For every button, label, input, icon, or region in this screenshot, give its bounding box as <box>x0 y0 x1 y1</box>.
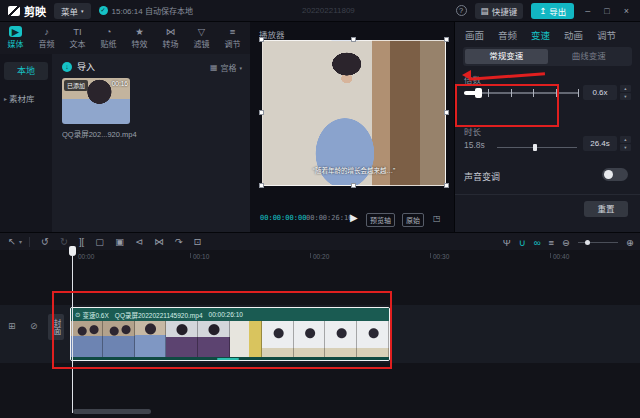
fullscreen-icon[interactable]: ◳ <box>433 214 441 223</box>
chevron-down-icon[interactable]: ▾ <box>19 238 22 245</box>
tab-speed[interactable]: 变速 <box>531 28 550 42</box>
help-icon[interactable]: ? <box>456 5 467 16</box>
project-title: 202202211809 <box>302 6 355 15</box>
preview-axis-button[interactable]: 预览轴 <box>366 213 395 227</box>
crop-icon[interactable]: ⊡ <box>194 236 202 247</box>
ruler-label: 00:10 <box>193 253 209 260</box>
ruler-tick <box>190 253 191 258</box>
timeline-horizontal-scrollbar[interactable] <box>73 409 151 414</box>
reset-button[interactable]: 重置 <box>584 201 628 217</box>
selection-handle[interactable] <box>351 183 356 188</box>
selection-handle[interactable] <box>444 110 449 115</box>
play-button[interactable]: ▶ <box>350 212 358 223</box>
speed-mode-switch: 常规变速 曲线变速 <box>463 47 632 66</box>
timeline-ruler[interactable]: 00:00 00:10 00:20 00:30 00:40 <box>0 250 640 263</box>
duration-stepper[interactable]: ▴ ▾ <box>620 136 631 151</box>
player-controls: 00:00:00:00 00:00:26:10 ▶ 预览轴 原始 ◳ <box>250 211 455 227</box>
export-button[interactable]: ↥ 导出 <box>531 3 574 19</box>
view-options[interactable]: ▦ 宫格 ▾ <box>210 62 242 73</box>
tab-label: 音频 <box>39 38 55 49</box>
tab-sticker[interactable]: ◔ 贴纸 <box>93 22 124 54</box>
tab-audio-props[interactable]: 音频 <box>498 28 517 42</box>
tab-text[interactable]: TI 文本 <box>62 22 93 54</box>
split-icon[interactable]: ][ <box>79 236 84 247</box>
stepper-up-icon[interactable]: ▴ <box>620 136 631 143</box>
tab-media[interactable]: ▶ 媒体 <box>0 22 31 54</box>
selection-handle[interactable] <box>444 37 449 42</box>
subtab-normal-speed[interactable]: 常规变速 <box>465 49 548 64</box>
tab-adjust[interactable]: ≡ 调节 <box>217 22 248 54</box>
grid-view-icon: ▦ <box>210 63 218 72</box>
media-item-thumbnail[interactable]: 已添加 00:16 <box>62 78 130 124</box>
timeline-toolbar-right: Ψ ∪ ∞ ≡ ⊖ ⊕ <box>503 233 634 251</box>
canvas-ratio-button[interactable]: 原始 <box>402 213 424 227</box>
sidebar-item-local[interactable]: 本地 <box>4 62 48 80</box>
slider-tick <box>578 89 579 97</box>
speed-stepper[interactable]: ▴ ▾ <box>620 85 631 100</box>
selection-handle[interactable] <box>444 183 449 188</box>
close-button[interactable]: × <box>621 6 632 16</box>
tab-label: 调节 <box>225 38 241 49</box>
tab-animation[interactable]: 动画 <box>564 28 583 42</box>
ruler-label: 00:30 <box>433 253 449 260</box>
text-icon: TI <box>73 26 81 37</box>
duration-value-input[interactable]: 26.4s <box>583 136 617 151</box>
duration-slider[interactable] <box>497 144 577 152</box>
ruler-label: 00:40 <box>553 253 569 260</box>
divider <box>29 237 30 247</box>
rotate-icon[interactable]: ↷ <box>175 236 183 247</box>
select-tool-icon[interactable]: ↖ <box>8 236 16 247</box>
slider-track <box>497 147 577 148</box>
preview-canvas[interactable]: “随着年龄的增长会越来越…” <box>262 40 446 186</box>
stepper-down-icon[interactable]: ▾ <box>620 93 631 100</box>
auto-align-icon[interactable]: ≡ <box>549 237 555 248</box>
tab-adjust-props[interactable]: 调节 <box>597 28 616 42</box>
tab-filters[interactable]: ▽ 滤镜 <box>186 22 217 54</box>
autosave-text: 15:06:14 自动保存本地 <box>112 5 193 16</box>
stepper-down-icon[interactable]: ▾ <box>620 144 631 151</box>
maximize-button[interactable]: □ <box>601 6 612 16</box>
sticker-icon: ◔ <box>106 26 112 37</box>
sidebar-item-library[interactable]: ▸ 素材库 <box>4 92 50 104</box>
undo-icon[interactable]: ↺ <box>41 236 49 247</box>
zoom-in-icon[interactable]: ⊕ <box>626 237 634 248</box>
tab-effects[interactable]: ★ 特效 <box>124 22 155 54</box>
timeline-zoom-slider[interactable] <box>578 238 618 246</box>
mirror-icon[interactable]: ⋈ <box>154 236 164 247</box>
reverse-icon[interactable]: ⊲ <box>135 236 143 247</box>
zoom-out-icon[interactable]: ⊖ <box>562 237 570 248</box>
ruler-label: 00:00 <box>78 253 94 260</box>
selection-handle[interactable] <box>259 110 264 115</box>
tab-picture[interactable]: 画面 <box>465 28 484 42</box>
zoom-slider-thumb[interactable] <box>585 240 590 245</box>
speed-value-input[interactable]: 0.6x <box>583 85 617 100</box>
app-logo-icon <box>8 6 20 16</box>
subtab-curve-speed[interactable]: 曲线变速 <box>548 49 631 64</box>
pitch-toggle[interactable] <box>602 168 628 181</box>
voiceover-mic-icon[interactable]: Ψ <box>503 237 511 248</box>
tab-audio[interactable]: ♪ 音频 <box>31 22 62 54</box>
preview-link-icon[interactable]: ∞ <box>534 237 541 248</box>
import-button[interactable]: ↓ 导入 <box>62 60 95 73</box>
media-tab-bar: ▶ 媒体 ♪ 音频 TI 文本 ◔ 贴纸 ★ 特效 ⋈ 转场 <box>0 22 250 54</box>
freeze-frame-icon[interactable]: ▣ <box>115 236 124 247</box>
magnet-snap-icon[interactable]: ∪ <box>519 237 526 248</box>
redo-icon[interactable]: ↻ <box>60 236 68 247</box>
toggle-knob <box>604 170 613 179</box>
selection-handle[interactable] <box>351 37 356 42</box>
track-mute-icon[interactable]: ⊘ <box>30 321 38 331</box>
annotation-arrow <box>462 69 546 83</box>
tab-transitions[interactable]: ⋈ 转场 <box>155 22 186 54</box>
stepper-up-icon[interactable]: ▴ <box>620 85 631 92</box>
shortcuts-button[interactable]: ▤ 快捷键 <box>475 3 524 19</box>
adjust-icon: ≡ <box>230 26 236 37</box>
selection-handle[interactable] <box>259 37 264 42</box>
chevron-down-icon: ▾ <box>81 8 84 14</box>
minimize-button[interactable]: – <box>582 6 593 16</box>
track-toggle-icon[interactable]: ⊞ <box>8 321 16 331</box>
player-panel: 播放器 “随着年龄的增长会越来越…” 00:00:00:00 00:00:26:… <box>250 22 455 232</box>
delete-icon[interactable]: ▢ <box>95 236 104 247</box>
menu-button[interactable]: 菜单 ▾ <box>54 3 91 19</box>
selection-handle[interactable] <box>259 183 264 188</box>
duration-slider-thumb[interactable] <box>533 144 537 151</box>
